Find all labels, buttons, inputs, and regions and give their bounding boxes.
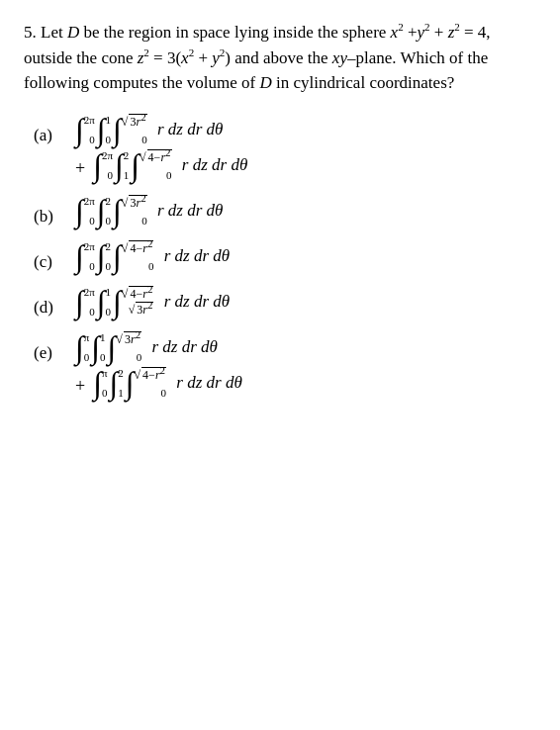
option-d-block: ∫ 2π 0 ∫ 1 0 ∫ √4−r2 bbox=[75, 286, 230, 318]
radical-d-lower: √3r2 bbox=[129, 302, 154, 318]
option-a: (a) ∫ 2π 0 ∫ 1 0 ∫ bbox=[34, 114, 536, 181]
option-b-line1: ∫ 2π 0 ∫ 2 0 ∫ √3r2 0 bbox=[75, 195, 223, 227]
integrand-a2: r dz dr dθ bbox=[178, 155, 248, 175]
problem-text: 5. Let D be the region in space lying in… bbox=[24, 20, 536, 96]
upper-d2: 1 bbox=[106, 286, 112, 298]
radical-c-4mr2: √4−r2 bbox=[122, 240, 154, 256]
int-limits-6: √4−r2 0 bbox=[140, 149, 172, 181]
lower-d2: 0 bbox=[106, 306, 112, 318]
option-e-label: (e) bbox=[34, 331, 65, 363]
lower-5: 1 bbox=[124, 169, 130, 181]
lower-b1: 0 bbox=[89, 215, 95, 227]
integrand-c: r dz dr dθ bbox=[159, 246, 230, 266]
var-D: D bbox=[67, 23, 79, 42]
integrand-d: r dz dr dθ bbox=[159, 292, 230, 312]
int-limits-b2: 2 0 bbox=[106, 195, 112, 227]
option-c-line1: ∫ 2π 0 ∫ 2 0 ∫ √4−r2 0 bbox=[75, 240, 230, 272]
integral-sign-e2: ∫ bbox=[91, 331, 100, 363]
int-limits-e4: π 0 bbox=[102, 367, 108, 399]
integral-sign-4: ∫ bbox=[93, 149, 102, 181]
upper-e4: π bbox=[102, 367, 108, 379]
lower-e1: 0 bbox=[84, 351, 90, 363]
int-limits-d2: 1 0 bbox=[106, 286, 112, 318]
integral-sign-6: ∫ bbox=[131, 149, 140, 181]
upper-4: 2π bbox=[102, 149, 113, 161]
option-b: (b) ∫ 2π 0 ∫ 2 0 ∫ √3r2 bbox=[34, 195, 536, 227]
upper-e2: 1 bbox=[100, 331, 106, 343]
upper-b3: √3r2 bbox=[122, 195, 147, 211]
integrand-e2: r dz dr dθ bbox=[172, 373, 242, 393]
option-d-line1: ∫ 2π 0 ∫ 1 0 ∫ √4−r2 bbox=[75, 286, 230, 318]
upper-d1: 2π bbox=[84, 286, 95, 298]
upper-e3: √3r2 bbox=[116, 331, 141, 347]
lower-e3: 0 bbox=[137, 351, 142, 363]
integral-sign-c3: ∫ bbox=[113, 240, 122, 272]
int-limits-e6: √4−r2 0 bbox=[135, 367, 167, 399]
lower-e2: 0 bbox=[100, 351, 106, 363]
plus-sign-e: + bbox=[75, 368, 85, 397]
int-limits-c1: 2π 0 bbox=[84, 240, 95, 272]
lower-c1: 0 bbox=[89, 260, 95, 272]
lower-e5: 1 bbox=[118, 387, 124, 399]
option-d: (d) ∫ 2π 0 ∫ 1 0 ∫ √4−r2 bbox=[34, 286, 536, 318]
integral-sign-c1: ∫ bbox=[75, 240, 84, 272]
lower-b2: 0 bbox=[106, 215, 112, 227]
upper-c1: 2π bbox=[84, 240, 95, 252]
int-limits-5: 2 1 bbox=[124, 149, 130, 181]
lower-d1: 0 bbox=[89, 306, 95, 318]
option-a-line1: ∫ 2π 0 ∫ 1 0 ∫ √3r2 bbox=[75, 114, 247, 145]
int-limits-1: 2π 0 bbox=[84, 114, 95, 145]
integral-sign-e6: ∫ bbox=[126, 367, 135, 399]
integrand-e1: r dz dr dθ bbox=[147, 337, 218, 357]
option-e-line1: ∫ π 0 ∫ 1 0 ∫ √3r2 0 bbox=[75, 331, 242, 363]
lower-6: 0 bbox=[166, 169, 172, 181]
lower-c2: 0 bbox=[106, 260, 112, 272]
lower-c3: 0 bbox=[148, 260, 154, 272]
option-e-block: ∫ π 0 ∫ 1 0 ∫ √3r2 0 bbox=[75, 331, 242, 399]
radical-3r2: √3r2 bbox=[122, 114, 147, 130]
integrand-a1: r dz dr dθ bbox=[153, 120, 224, 139]
int-limits-2: 1 0 bbox=[106, 114, 112, 145]
problem-container: 5. Let D be the region in space lying in… bbox=[24, 20, 536, 399]
lower-e6: 0 bbox=[161, 387, 167, 399]
integral-sign-5: ∫ bbox=[115, 149, 124, 181]
radical-e-4mr2: √4−r2 bbox=[135, 367, 167, 383]
radical-e-3r2: √3r2 bbox=[116, 331, 141, 347]
int-limits-b3: √3r2 0 bbox=[122, 195, 147, 227]
integral-sign-d1: ∫ bbox=[75, 286, 84, 318]
option-b-label: (b) bbox=[34, 195, 65, 227]
upper-b1: 2π bbox=[84, 195, 95, 207]
int-limits-3: √3r2 0 bbox=[122, 114, 147, 145]
integral-sign-c2: ∫ bbox=[97, 240, 106, 272]
integral-sign-d2: ∫ bbox=[97, 286, 106, 318]
integral-sign-b3: ∫ bbox=[113, 195, 122, 227]
integral-sign-e1: ∫ bbox=[75, 331, 84, 363]
int-limits-b1: 2π 0 bbox=[84, 195, 95, 227]
option-c: (c) ∫ 2π 0 ∫ 2 0 ∫ √4−r2 bbox=[34, 240, 536, 272]
plus-sign-a: + bbox=[75, 150, 85, 179]
lower-3: 0 bbox=[141, 134, 147, 145]
int-limits-e5: 2 1 bbox=[118, 367, 124, 399]
options-list: (a) ∫ 2π 0 ∫ 1 0 ∫ bbox=[24, 114, 536, 399]
lower-2: 0 bbox=[106, 134, 112, 145]
integral-sign-3: ∫ bbox=[113, 114, 122, 145]
integrand-b: r dz dr dθ bbox=[153, 201, 224, 221]
lower-d3: √3r2 bbox=[129, 302, 154, 318]
upper-5: 2 bbox=[124, 149, 130, 161]
upper-e5: 2 bbox=[118, 367, 124, 379]
int-limits-c3: √4−r2 0 bbox=[122, 240, 154, 272]
upper-6: √4−r2 bbox=[140, 149, 172, 165]
integral-sign-1: ∫ bbox=[75, 114, 84, 145]
int-limits-e2: 1 0 bbox=[100, 331, 106, 363]
option-a-block: ∫ 2π 0 ∫ 1 0 ∫ √3r2 bbox=[75, 114, 247, 181]
option-c-label: (c) bbox=[34, 240, 65, 272]
radical-b-3r2: √3r2 bbox=[122, 195, 147, 211]
lower-4: 0 bbox=[107, 169, 113, 181]
option-e: (e) ∫ π 0 ∫ 1 0 ∫ bbox=[34, 331, 536, 399]
upper-e1: π bbox=[84, 331, 90, 343]
option-c-block: ∫ 2π 0 ∫ 2 0 ∫ √4−r2 0 bbox=[75, 240, 230, 272]
upper-e6: √4−r2 bbox=[135, 367, 167, 383]
int-limits-4: 2π 0 bbox=[102, 149, 113, 181]
problem-number: 5. bbox=[24, 23, 41, 42]
integral-sign-e3: ∫ bbox=[108, 331, 117, 363]
